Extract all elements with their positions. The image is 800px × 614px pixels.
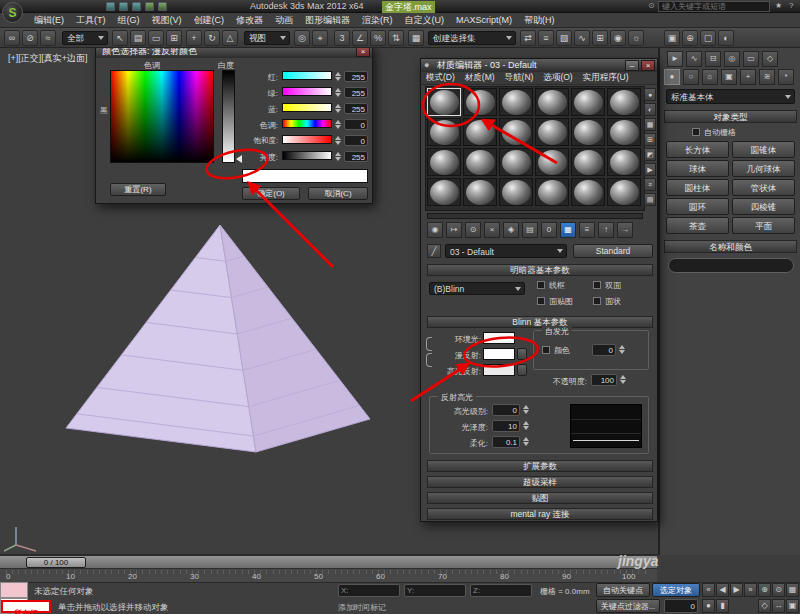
- sample-slot[interactable]: [427, 118, 461, 146]
- redo-icon[interactable]: [158, 2, 167, 11]
- specular-map-button[interactable]: [517, 364, 527, 376]
- blue-value[interactable]: 255: [344, 103, 368, 114]
- menu-group[interactable]: 组(G): [112, 14, 146, 27]
- select-scale-icon[interactable]: △: [222, 30, 238, 46]
- reset-button[interactable]: 重置(R): [110, 183, 166, 196]
- slots-scrollbar[interactable]: [427, 213, 643, 219]
- menu-customize[interactable]: 自定义(U): [399, 14, 451, 27]
- ambient-diffuse-lock-icon[interactable]: [426, 337, 432, 351]
- reference-coordinate-dropdown[interactable]: 视图: [244, 31, 290, 45]
- render-setup-icon[interactable]: ☼: [628, 30, 644, 46]
- button-geosphere[interactable]: 几何球体: [732, 160, 795, 177]
- blue-slider[interactable]: [282, 103, 332, 112]
- menu-create[interactable]: 创建(C): [188, 14, 231, 27]
- menu-maxscript[interactable]: MAXScript(M): [450, 15, 518, 25]
- soften-spinner[interactable]: [522, 436, 530, 447]
- tab-display[interactable]: ▭: [743, 51, 759, 67]
- diffuse-color-swatch[interactable]: [483, 348, 515, 360]
- auto-key-button[interactable]: 自动关键点: [596, 583, 650, 597]
- button-cone[interactable]: 圆锥体: [732, 141, 795, 158]
- category-spacewarps[interactable]: ≋: [759, 69, 775, 85]
- rollout-extended-params[interactable]: 扩展参数: [427, 460, 653, 472]
- rendered-frame-icon[interactable]: ▣: [664, 30, 680, 46]
- spinner-snap-icon[interactable]: ⇅: [388, 30, 404, 46]
- category-helpers[interactable]: +: [740, 69, 756, 85]
- minimize-icon[interactable]: –: [625, 60, 639, 71]
- render-production-icon[interactable]: ⊕: [682, 30, 698, 46]
- named-selection-sets-icon[interactable]: ▦: [408, 30, 424, 46]
- menu-edit[interactable]: 编辑(E): [28, 14, 70, 27]
- align-icon[interactable]: ≡: [538, 30, 554, 46]
- go-to-end-button[interactable]: »: [744, 583, 757, 597]
- tab-hierarchy[interactable]: ⊟: [705, 51, 721, 67]
- diffuse-map-button[interactable]: [517, 348, 527, 360]
- rollout-maps[interactable]: 贴图: [427, 492, 653, 504]
- primitive-category-dropdown[interactable]: 标准基本体: [666, 89, 795, 104]
- render-iterative-icon[interactable]: ▢: [700, 30, 716, 46]
- category-systems[interactable]: *: [778, 69, 794, 85]
- sample-slot[interactable]: [463, 88, 497, 116]
- show-map-in-viewport-icon[interactable]: ▦: [560, 222, 576, 238]
- me-menu-material[interactable]: 材质(M): [460, 72, 500, 84]
- value-slider[interactable]: [282, 151, 332, 160]
- button-pyramid[interactable]: 四棱锥: [732, 198, 795, 215]
- material-editor-title[interactable]: 材质编辑器 - 03 - Default: [421, 59, 657, 72]
- favorites-icon[interactable]: ★: [775, 1, 782, 10]
- bind-spacewarp-icon[interactable]: ≈: [40, 30, 56, 46]
- button-cylinder[interactable]: 圆柱体: [666, 179, 729, 196]
- button-teapot[interactable]: 茶壶: [666, 217, 729, 234]
- viewport-label[interactable]: [+][正交][真实+边面]: [8, 52, 88, 65]
- opacity-value[interactable]: 100: [591, 374, 617, 386]
- unlink-icon[interactable]: ⊘: [22, 30, 38, 46]
- select-move-icon[interactable]: +: [186, 30, 202, 46]
- menu-modifiers[interactable]: 修改器: [230, 14, 269, 27]
- select-manipulate-icon[interactable]: ⌖: [312, 30, 328, 46]
- face-map-checkbox[interactable]: [537, 297, 545, 305]
- sample-slot[interactable]: [571, 88, 605, 116]
- assign-to-selection-icon[interactable]: ⊙: [465, 222, 481, 238]
- previous-frame-button[interactable]: ◀: [716, 583, 729, 597]
- tab-create[interactable]: ►: [667, 51, 683, 67]
- background-icon[interactable]: ▦: [644, 118, 656, 131]
- current-time-field[interactable]: 0: [664, 599, 698, 613]
- button-sphere[interactable]: 球体: [666, 160, 729, 177]
- menu-help[interactable]: 帮助(H): [518, 14, 561, 27]
- menu-animation[interactable]: 动画: [269, 14, 299, 27]
- select-object-icon[interactable]: ↖: [112, 30, 128, 46]
- red-spinner[interactable]: [334, 71, 342, 82]
- field-of-view-icon[interactable]: ◇: [758, 599, 771, 613]
- mirror-icon[interactable]: ⇄: [520, 30, 536, 46]
- show-end-result-icon[interactable]: ≡: [579, 222, 595, 238]
- rollout-name-color[interactable]: 名称和颜色: [664, 240, 797, 253]
- cancel-button[interactable]: 取消(C): [308, 187, 368, 200]
- material-editor-icon[interactable]: ◉: [610, 30, 626, 46]
- options-icon[interactable]: ≡: [644, 178, 656, 191]
- tab-utilities[interactable]: ◇: [762, 51, 778, 67]
- value-spinner[interactable]: [334, 151, 342, 162]
- make-preview-icon[interactable]: ▶: [644, 163, 656, 176]
- material-type-button[interactable]: Standard: [573, 244, 653, 258]
- opacity-spinner[interactable]: [619, 374, 627, 385]
- time-slider[interactable]: 0 / 100: [0, 555, 657, 568]
- self-illum-spinner[interactable]: [618, 344, 626, 355]
- sample-slot[interactable]: [571, 118, 605, 146]
- help-icon[interactable]: ?: [789, 1, 793, 10]
- video-color-check-icon[interactable]: ◩: [644, 148, 656, 161]
- sample-slot[interactable]: [499, 148, 533, 176]
- pivot-center-icon[interactable]: ◎: [294, 30, 310, 46]
- me-menu-navigation[interactable]: 导航(N): [500, 72, 539, 84]
- close-icon[interactable]: ×: [641, 60, 655, 71]
- button-box[interactable]: 长方体: [666, 141, 729, 158]
- sample-slot[interactable]: [427, 88, 461, 116]
- sample-slot[interactable]: [607, 148, 641, 176]
- me-menu-options[interactable]: 选项(O): [538, 72, 577, 84]
- select-link-icon[interactable]: ∞: [4, 30, 20, 46]
- get-material-icon[interactable]: ◉: [427, 222, 443, 238]
- open-file-icon[interactable]: [119, 2, 128, 11]
- put-to-library-icon[interactable]: ▤: [522, 222, 538, 238]
- material-name-dropdown[interactable]: 03 - Default: [445, 244, 567, 258]
- sample-slot[interactable]: [463, 148, 497, 176]
- application-menu-button[interactable]: S: [2, 2, 23, 23]
- green-value[interactable]: 255: [344, 87, 368, 98]
- tab-motion[interactable]: ◎: [724, 51, 740, 67]
